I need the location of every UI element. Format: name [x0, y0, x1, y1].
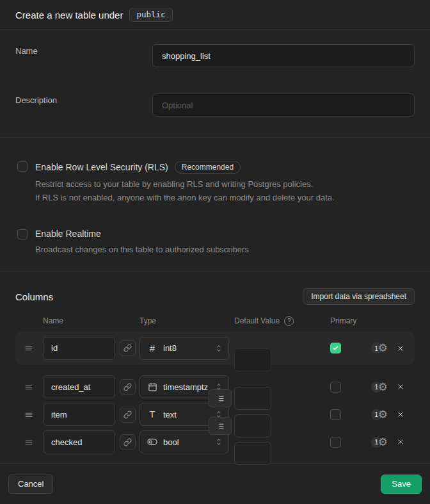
column-row-id: # int8 1 ⚙	[15, 332, 415, 364]
header-name: Name	[43, 316, 115, 325]
column-default-input[interactable]	[234, 442, 271, 465]
column-default-input[interactable]	[234, 414, 271, 437]
column-name-input[interactable]	[43, 403, 115, 426]
primary-checkbox[interactable]	[330, 437, 341, 448]
header-default-value: Default Value	[234, 316, 280, 325]
drag-handle-icon[interactable]	[24, 343, 33, 353]
column-name-input[interactable]	[43, 430, 115, 453]
text-icon: T	[147, 409, 158, 419]
calendar-icon	[147, 382, 158, 392]
column-settings-button[interactable]: 1 ⚙	[371, 437, 388, 448]
column-default-input[interactable]	[234, 387, 271, 410]
column-row-created-at: timestamptz 1 ⚙	[15, 375, 415, 398]
schema-chip: public	[129, 8, 172, 22]
gear-icon: ⚙	[378, 409, 388, 420]
table-name-input[interactable]	[152, 44, 415, 67]
column-settings-button[interactable]: 1 ⚙	[371, 343, 388, 354]
table-details-section: Name Description	[0, 30, 430, 138]
import-data-button[interactable]: Import data via spreadsheet	[303, 288, 415, 305]
column-default-input[interactable]	[234, 348, 271, 371]
table-description-input[interactable]	[152, 93, 415, 117]
realtime-toggle-block: Enable Realtime Broadcast changes on thi…	[17, 229, 415, 256]
delete-column-button[interactable]	[396, 382, 405, 391]
description-label: Description	[15, 93, 152, 105]
chevron-up-down-icon	[214, 344, 223, 353]
help-icon[interactable]: ?	[284, 316, 294, 326]
drag-handle-icon[interactable]	[24, 382, 33, 392]
columns-header-row: Name Type Default Value ? Primary	[15, 316, 415, 326]
rls-description: Restrict access to your table by enablin…	[35, 177, 335, 204]
rls-checkbox[interactable]	[17, 161, 28, 172]
panel-header: Create a new table under public	[0, 0, 430, 30]
gear-icon: ⚙	[378, 437, 388, 448]
drag-handle-icon[interactable]	[24, 437, 33, 447]
panel-title: Create a new table under	[15, 10, 123, 20]
recommended-badge: Recommended	[175, 161, 241, 174]
gear-icon: ⚙	[378, 382, 388, 393]
column-settings-button[interactable]: 1 ⚙	[371, 382, 388, 393]
default-value-suggestions-button[interactable]	[209, 389, 232, 407]
column-settings-button[interactable]: 1 ⚙	[371, 409, 388, 420]
primary-checkbox[interactable]	[330, 409, 341, 420]
foreign-key-link-icon[interactable]	[120, 340, 136, 356]
columns-section: Columns Import data via spreadsheet Name…	[0, 272, 430, 464]
columns-title: Columns	[15, 291, 53, 302]
primary-checkbox[interactable]	[330, 343, 341, 354]
create-table-panel: Create a new table under public Name Des…	[0, 0, 430, 504]
column-name-input[interactable]	[43, 375, 115, 398]
table-settings-section: Enable Row Level Security (RLS) Recommen…	[0, 138, 430, 272]
rls-label: Enable Row Level Security (RLS)	[35, 162, 168, 172]
column-type-select[interactable]: # int8	[139, 337, 229, 360]
header-type: Type	[139, 316, 229, 325]
name-label: Name	[15, 44, 152, 56]
save-button[interactable]: Save	[381, 475, 422, 494]
delete-column-button[interactable]	[396, 437, 405, 446]
foreign-key-link-icon[interactable]	[120, 434, 136, 450]
foreign-key-link-icon[interactable]	[120, 407, 136, 423]
drag-handle-icon[interactable]	[24, 410, 33, 419]
gear-icon: ⚙	[378, 343, 388, 354]
hash-icon: #	[147, 343, 158, 354]
realtime-checkbox[interactable]	[17, 229, 28, 240]
realtime-label: Enable Realtime	[35, 229, 101, 239]
chevron-up-down-icon	[214, 437, 223, 446]
rls-toggle-block: Enable Row Level Security (RLS) Recommen…	[17, 161, 415, 204]
primary-checkbox[interactable]	[330, 382, 341, 393]
delete-column-button[interactable]	[396, 344, 405, 353]
delete-column-button[interactable]	[396, 410, 405, 419]
panel-footer: Cancel Save	[0, 464, 430, 504]
realtime-description: Broadcast changes on this table to autho…	[35, 243, 249, 256]
header-primary: Primary	[330, 316, 356, 325]
toggle-icon	[147, 437, 158, 447]
cancel-button[interactable]: Cancel	[8, 475, 53, 494]
column-name-input[interactable]	[43, 337, 115, 360]
foreign-key-link-icon[interactable]	[120, 379, 136, 395]
default-value-suggestions-button[interactable]	[209, 417, 232, 435]
